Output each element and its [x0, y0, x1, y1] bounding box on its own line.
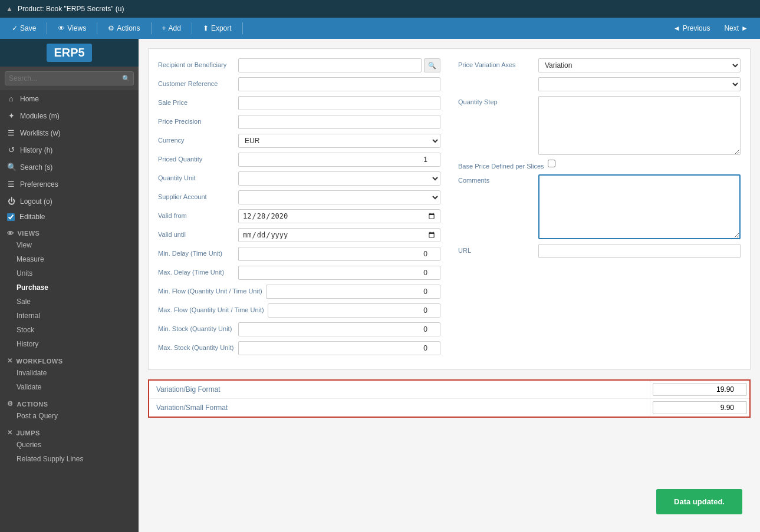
url-input[interactable]: [538, 244, 741, 258]
price-precision-input[interactable]: [238, 115, 440, 129]
supplier-account-select[interactable]: [238, 190, 440, 204]
sidebar-item-home[interactable]: ⌂ Home: [0, 90, 139, 107]
min-stock-input[interactable]: [238, 322, 440, 336]
max-delay-input[interactable]: [238, 266, 440, 280]
field-max-flow: Max. Flow (Quantity Unit / Time Unit): [158, 303, 440, 318]
workflows-icon: ✕: [7, 357, 13, 365]
quantity-unit-select[interactable]: [238, 171, 440, 186]
field-min-delay: Min. Delay (Time Unit): [158, 247, 440, 261]
add-button[interactable]: + Add: [156, 22, 187, 35]
customer-reference-input[interactable]: [238, 77, 440, 91]
sidebar-workflow-validate[interactable]: Validate: [0, 380, 139, 394]
base-price-slices-checkbox[interactable]: [548, 160, 555, 167]
next-button[interactable]: Next ►: [718, 22, 754, 35]
main-layout: ERP5 🔍 ⌂ Home ✦ Modules (m) ☰ Worklists …: [0, 39, 760, 532]
label-url: URL: [458, 244, 535, 254]
label-currency: Currency: [158, 134, 235, 144]
label-max-delay: Max. Delay (Time Unit): [158, 266, 235, 276]
modules-icon: ✦: [7, 111, 15, 120]
toolbar-separator-2: [97, 22, 97, 34]
label-price-precision: Price Precision: [158, 115, 235, 125]
form-section: Recipient or Beneficiary 🔍 Customer Refe…: [148, 48, 751, 370]
variation-value-big-format[interactable]: [653, 383, 747, 396]
sidebar: ERP5 🔍 ⌂ Home ✦ Modules (m) ☰ Worklists …: [0, 39, 139, 532]
check-icon: ✓: [12, 24, 18, 32]
quantity-step-textarea[interactable]: [538, 96, 741, 155]
views-button[interactable]: 👁 Views: [52, 22, 92, 35]
search-nav-icon: 🔍: [7, 163, 15, 171]
sidebar-view-history[interactable]: History: [0, 337, 139, 351]
min-flow-input[interactable]: [266, 285, 440, 299]
field-recipient: Recipient or Beneficiary 🔍: [158, 58, 440, 72]
min-delay-input[interactable]: [238, 247, 440, 261]
field-max-stock: Max. Stock (Quantity Unit): [158, 341, 440, 355]
sidebar-logo: ERP5: [0, 39, 139, 67]
worklists-icon: ☰: [7, 128, 15, 137]
max-stock-input[interactable]: [238, 341, 440, 355]
views-section-header: 👁 VIEWS: [0, 226, 139, 238]
sidebar-item-modules[interactable]: ✦ Modules (m): [0, 107, 139, 124]
variation-label-big-format: Variation/Big Format: [149, 381, 650, 398]
previous-button[interactable]: ◄ Previous: [667, 22, 716, 35]
sidebar-action-post-query[interactable]: Post a Query: [0, 409, 139, 423]
export-button[interactable]: ⬆ Export: [197, 22, 238, 35]
sidebar-item-search[interactable]: 🔍 Search (s): [0, 158, 139, 176]
label-variation-secondary: [458, 77, 535, 80]
workflows-section-header: ✕ WORKFLOWS: [0, 353, 139, 366]
content-area: Recipient or Beneficiary 🔍 Customer Refe…: [139, 39, 760, 532]
valid-from-input[interactable]: [238, 209, 440, 223]
label-supplier-account: Supplier Account: [158, 190, 235, 200]
recipient-input[interactable]: [238, 58, 422, 72]
field-valid-from: Valid from: [158, 209, 440, 223]
priced-quantity-input[interactable]: [238, 153, 440, 167]
plus-icon: +: [162, 24, 166, 32]
right-column: Price Variation Axes Variation Quantity …: [458, 58, 741, 360]
field-sale-price: Sale Price: [158, 96, 440, 110]
search-input[interactable]: [5, 71, 134, 85]
price-variation-axes-select[interactable]: Variation: [538, 58, 741, 72]
sale-price-input[interactable]: [238, 96, 440, 110]
field-quantity-unit: Quantity Unit: [158, 171, 440, 186]
comments-textarea[interactable]: [538, 174, 741, 239]
search-wrap: 🔍: [5, 71, 134, 85]
currency-select[interactable]: EUR USD GBP: [238, 134, 440, 148]
variation-value-small-format[interactable]: [653, 401, 747, 414]
variation-secondary-select[interactable]: [538, 77, 741, 91]
label-max-flow: Max. Flow (Quantity Unit / Time Unit): [158, 303, 264, 313]
sidebar-item-worklists[interactable]: ☰ Worklists (w): [0, 124, 139, 141]
field-comments: Comments: [458, 174, 741, 239]
eye-views-icon: 👁: [7, 230, 14, 237]
save-button[interactable]: ✓ Save: [6, 22, 42, 35]
sidebar-jump-related-supply[interactable]: Related Supply Lines: [0, 452, 139, 466]
sidebar-view-units[interactable]: Units: [0, 266, 139, 280]
recipient-search-btn[interactable]: 🔍: [424, 58, 440, 72]
editable-checkbox[interactable]: [7, 213, 15, 221]
export-icon: ⬆: [203, 24, 209, 32]
label-comments: Comments: [458, 174, 535, 184]
valid-until-input[interactable]: [238, 228, 440, 242]
left-column: Recipient or Beneficiary 🔍 Customer Refe…: [158, 58, 440, 360]
sidebar-view-internal[interactable]: Internal: [0, 309, 139, 323]
jumps-section-header: ✕ JUMPS: [0, 425, 139, 438]
sidebar-item-history[interactable]: ↺ History (h): [0, 141, 139, 158]
sidebar-item-logout[interactable]: ⏻ Logout (o): [0, 193, 139, 210]
sidebar-view-stock[interactable]: Stock: [0, 323, 139, 337]
sidebar-view-measure[interactable]: Measure: [0, 252, 139, 266]
eye-icon: 👁: [58, 24, 65, 32]
sidebar-workflow-invalidate[interactable]: Invalidate: [0, 366, 139, 380]
max-flow-input[interactable]: [268, 303, 440, 318]
field-price-precision: Price Precision: [158, 115, 440, 129]
sidebar-view-purchase[interactable]: Purchase: [0, 280, 139, 295]
label-quantity-unit: Quantity Unit: [158, 171, 235, 181]
sidebar-jump-queries[interactable]: Queries: [0, 438, 139, 452]
actions-button[interactable]: ⚙ Actions: [102, 22, 146, 35]
sidebar-view-sale[interactable]: Sale: [0, 295, 139, 309]
sidebar-view-view[interactable]: View: [0, 238, 139, 252]
right-arrow-icon: ►: [741, 24, 748, 32]
label-quantity-step: Quantity Step: [458, 96, 535, 105]
field-min-flow: Min. Flow (Quantity Unit / Time Unit): [158, 285, 440, 299]
variation-row-small-format: Variation/Small Format: [149, 399, 749, 417]
variation-table: Variation/Big Format Variation/Small For…: [148, 379, 751, 418]
sidebar-item-preferences[interactable]: ☰ Preferences: [0, 176, 139, 193]
label-valid-from: Valid from: [158, 209, 235, 219]
